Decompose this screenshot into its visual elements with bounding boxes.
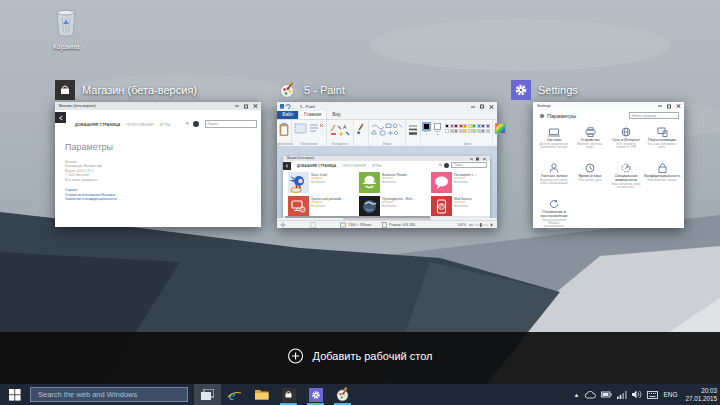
- palette-color-swatch[interactable]: [450, 124, 454, 128]
- back-button[interactable]: [55, 112, 66, 123]
- tray-expand-chevron-icon[interactable]: ▲: [573, 392, 579, 398]
- color2-selector[interactable]: Цвет 2: [432, 120, 443, 146]
- battery-icon[interactable]: [601, 391, 612, 398]
- color1-selector[interactable]: Цвет 1: [421, 120, 432, 146]
- touch-keyboard-icon[interactable]: [647, 391, 658, 399]
- store-titlebar[interactable]: Магазин (бета-версия): [55, 102, 261, 110]
- ribbon-group-shapes[interactable]: Фигуры: [369, 120, 406, 146]
- ribbon-group-image[interactable]: Изображение: [292, 120, 327, 146]
- palette-color-swatch[interactable]: [486, 124, 490, 128]
- settings-window-thumbnail[interactable]: Settings Параметры Найти параметр Систем…: [533, 102, 684, 228]
- volume-icon[interactable]: [632, 390, 642, 399]
- minimize-icon[interactable]: [658, 106, 662, 107]
- network-signal-icon[interactable]: [617, 391, 627, 399]
- maximize-icon[interactable]: [480, 105, 484, 109]
- close-icon[interactable]: [676, 104, 681, 109]
- recycle-bin[interactable]: Корзина: [40, 8, 92, 50]
- close-icon[interactable]: [489, 104, 494, 109]
- edit-colors-button[interactable]: [493, 120, 508, 146]
- palette-color-swatch[interactable]: [459, 129, 463, 133]
- settings-category-accounts[interactable]: Учетные записи Ваши учетные записи, почт…: [536, 162, 572, 185]
- add-desktop-button[interactable]: Добавить рабочий стол: [288, 348, 433, 364]
- palette-color-swatch[interactable]: [445, 124, 449, 128]
- taskbar-search-input[interactable]: [30, 387, 188, 402]
- select-crop-icons[interactable]: [294, 123, 324, 137]
- tools-icons[interactable]: A: [329, 123, 351, 137]
- paste-icon[interactable]: [279, 123, 289, 137]
- taskbar-clock[interactable]: 20:03 27.01.2015: [682, 387, 717, 402]
- settings-category-devices[interactable]: Устройства Bluetooth, принтеры, мышь: [572, 126, 608, 149]
- settings-category-personalization[interactable]: Персонализация Фон, экран блокировки, цв…: [644, 126, 680, 149]
- palette-color-swatch[interactable]: [477, 129, 481, 133]
- palette-color-swatch[interactable]: [459, 124, 463, 128]
- store-taskbar-button[interactable]: [275, 384, 302, 405]
- paint-window-thumbnail[interactable]: 5 - Paint Файл Главная Вид Буфер обмена: [277, 102, 497, 228]
- ribbon-group-clipboard[interactable]: Буфер обмена: [277, 120, 292, 146]
- privacy-link[interactable]: Заявление о конфиденциальности: [65, 197, 117, 202]
- settings-category-time-language[interactable]: Время и язык Речь, регион, дата: [572, 162, 608, 182]
- shapes-grid-icon[interactable]: [371, 123, 403, 137]
- onedrive-cloud-icon[interactable]: [584, 391, 596, 399]
- ribbon-group-brushes[interactable]: [354, 120, 369, 146]
- thumbnail-header-settings[interactable]: Settings: [511, 80, 578, 100]
- settings-category-network[interactable]: Сеть и Интернет Wi-Fi, режим «в самолете…: [608, 126, 644, 149]
- settings-search-box[interactable]: Найти параметр: [629, 112, 679, 119]
- store-window-thumbnail[interactable]: Магазин (бета-версия) ДОМАШНЯЯ СТРАНИЦА …: [55, 102, 261, 227]
- ribbon-group-colors[interactable]: Цвета: [443, 120, 493, 146]
- palette-color-swatch[interactable]: [481, 129, 485, 133]
- nav-home[interactable]: ДОМАШНЯЯ СТРАНИЦА: [75, 123, 120, 127]
- brush-icon[interactable]: [356, 123, 366, 137]
- ribbon-group-tools[interactable]: A Инструменты: [327, 120, 354, 146]
- zoom-slider[interactable]: [468, 222, 494, 228]
- palette-color-swatch[interactable]: [445, 129, 449, 133]
- paint-canvas[interactable]: Магазин (бета-версия) ДОМАШНЯЯ СТРАНИЦА …: [277, 146, 497, 218]
- color2-swatch[interactable]: [434, 123, 441, 130]
- store-settings-gear-icon[interactable]: ⚙: [185, 121, 189, 126]
- store-search-placeholder: Поиск: [208, 122, 218, 126]
- task-view-button[interactable]: [194, 384, 221, 405]
- settings-category-update-recovery[interactable]: Обновление и восстановление Центр обновл…: [536, 198, 572, 231]
- file-explorer-button[interactable]: [248, 384, 275, 405]
- palette-color-swatch[interactable]: [450, 129, 454, 133]
- palette-color-swatch[interactable]: [468, 124, 472, 128]
- maximize-icon[interactable]: [244, 104, 248, 108]
- settings-taskbar-button[interactable]: [302, 384, 329, 405]
- paint-titlebar[interactable]: 5 - Paint: [277, 102, 497, 111]
- palette-color-swatch[interactable]: [463, 124, 467, 128]
- settings-category-ease-of-access[interactable]: Специальные возможности Экранный диктор,…: [608, 162, 644, 189]
- close-icon[interactable]: [253, 104, 258, 109]
- start-button[interactable]: [0, 384, 30, 405]
- thumbnail-header-paint[interactable]: 5 - Paint: [277, 80, 345, 100]
- internet-explorer-button[interactable]: e: [221, 384, 248, 405]
- recycle-bin-icon: [53, 8, 79, 38]
- palette-color-swatch[interactable]: [477, 124, 481, 128]
- store-search-box[interactable]: Поиск: [205, 120, 257, 128]
- palette-color-swatch[interactable]: [472, 129, 476, 133]
- palette-color-swatch[interactable]: [486, 129, 490, 133]
- palette-color-swatch[interactable]: [481, 124, 485, 128]
- line-width-icon[interactable]: [408, 124, 418, 138]
- palette-color-swatch[interactable]: [472, 124, 476, 128]
- minimize-icon[interactable]: [471, 106, 475, 107]
- paint-taskbar-button[interactable]: [329, 384, 356, 405]
- palette-row-2[interactable]: [445, 128, 490, 133]
- store-account-avatar[interactable]: [193, 121, 199, 127]
- ribbon-group-size[interactable]: [406, 120, 421, 146]
- settings-titlebar[interactable]: Settings: [533, 102, 684, 110]
- palette-color-swatch[interactable]: [468, 129, 472, 133]
- settings-category-system[interactable]: Система Дисплей, уведомления, приложения…: [536, 126, 572, 149]
- nav-games[interactable]: ИГРЫ: [160, 123, 171, 127]
- color1-swatch[interactable]: [423, 123, 430, 130]
- maximize-icon[interactable]: [667, 104, 671, 108]
- palette-color-swatch[interactable]: [463, 129, 467, 133]
- thumbnail-header-store[interactable]: Магазин (бета-версия): [55, 80, 197, 100]
- palette-color-swatch[interactable]: [454, 124, 458, 128]
- settings-category-privacy[interactable]: Конфиденциальность Расположение, камера: [644, 162, 680, 182]
- nav-apps[interactable]: ПРИЛОЖЕНИЯ: [126, 123, 153, 127]
- language-indicator[interactable]: ENG: [663, 391, 677, 398]
- palette-color-swatch[interactable]: [454, 129, 458, 133]
- minimize-icon[interactable]: [235, 106, 239, 107]
- quick-access-toolbar-icons[interactable]: [280, 104, 296, 109]
- tab-file[interactable]: Файл: [277, 110, 298, 119]
- tab-view[interactable]: Вид: [327, 110, 345, 119]
